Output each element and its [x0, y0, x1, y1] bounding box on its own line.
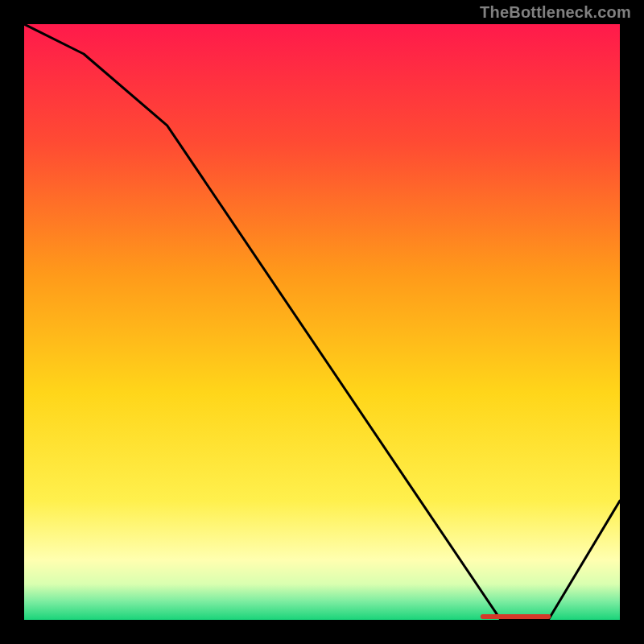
gradient-background	[24, 24, 620, 620]
chart-frame: TheBottleneck.com	[0, 0, 644, 644]
attribution-label: TheBottleneck.com	[480, 3, 631, 22]
chart-svg	[24, 24, 620, 620]
plot-area	[24, 24, 620, 620]
